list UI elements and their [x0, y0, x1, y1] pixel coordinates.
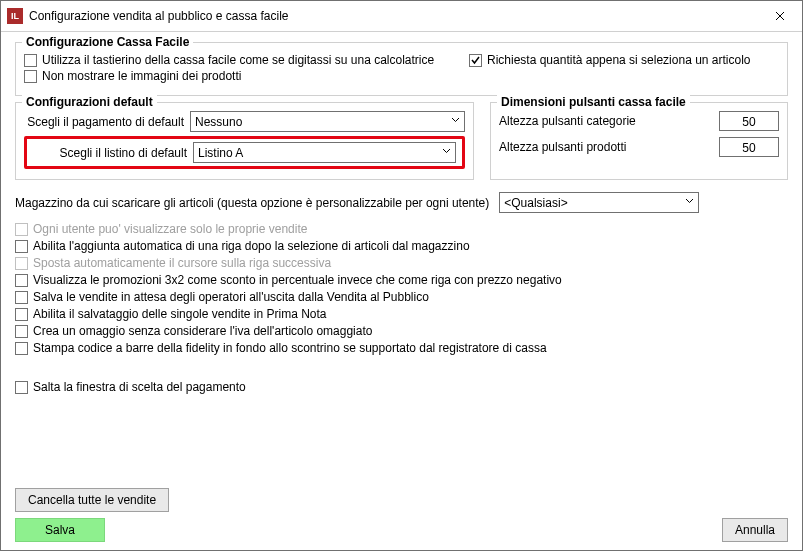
label-listino-default: Scegli il listino di default [33, 146, 187, 160]
label-save-pending: Salva le vendite in attesa degli operato… [33, 290, 429, 304]
chevron-down-icon [451, 115, 460, 124]
cancel-all-sales-label: Cancella tutte le vendite [28, 493, 156, 507]
group-dimensioni: Dimensioni pulsanti cassa facile Altezza… [490, 102, 788, 180]
label-prima-nota: Abilita il salvataggio delle singole ven… [33, 307, 327, 321]
window: IL Configurazione vendita al pubblico e … [0, 0, 803, 551]
checkbox-tastierino[interactable] [24, 54, 37, 67]
checkbox-auto-row[interactable] [15, 240, 28, 253]
select-magazzino[interactable]: <Qualsiasi> [499, 192, 699, 213]
select-pagamento-value: Nessuno [195, 115, 242, 129]
close-icon [775, 11, 785, 21]
close-button[interactable] [758, 1, 802, 31]
checkbox-auto-cursor [15, 257, 28, 270]
app-icon: IL [7, 8, 23, 24]
highlighted-row: Scegli il listino di default Listino A [24, 136, 465, 169]
input-altezza-prodotti[interactable]: 50 [719, 137, 779, 157]
select-pagamento-default[interactable]: Nessuno [190, 111, 465, 132]
titlebar: IL Configurazione vendita al pubblico e … [1, 1, 802, 32]
cancel-label: Annulla [735, 523, 775, 537]
group-dimensioni-title: Dimensioni pulsanti cassa facile [497, 95, 690, 109]
label-own-sales: Ogni utente puo' visualizzare solo le pr… [33, 222, 307, 236]
checkbox-skip-payment[interactable] [15, 381, 28, 394]
label-auto-row: Abilita l'aggiunta automatica di una rig… [33, 239, 470, 253]
group-default-title: Configurazioni default [22, 95, 157, 109]
cancel-button[interactable]: Annulla [722, 518, 788, 542]
label-barcode: Stampa codice a barre della fidelity in … [33, 341, 547, 355]
content: Configurazione Cassa Facile Utilizza il … [1, 32, 802, 550]
label-altezza-categorie: Altezza pulsanti categorie [499, 114, 719, 128]
label-magazzino: Magazzino da cui scaricare gli articoli … [15, 196, 489, 210]
group-cassa-facile: Configurazione Cassa Facile Utilizza il … [15, 42, 788, 96]
label-skip-payment: Salta la finestra di scelta del pagament… [33, 380, 246, 394]
group-default: Configurazioni default Scegli il pagamen… [15, 102, 474, 180]
label-altezza-prodotti: Altezza pulsanti prodotti [499, 140, 719, 154]
chevron-down-icon [442, 146, 451, 155]
label-pagamento-default: Scegli il pagamento di default [24, 115, 184, 129]
window-title: Configurazione vendita al pubblico e cas… [29, 9, 758, 23]
checkbox-richiesta-qta[interactable] [469, 54, 482, 67]
checkbox-prima-nota[interactable] [15, 308, 28, 321]
label-tastierino: Utilizza il tastierino della cassa facil… [42, 53, 434, 67]
checkbox-own-sales [15, 223, 28, 236]
label-omaggio: Crea un omaggio senza considerare l'iva … [33, 324, 372, 338]
group-cassa-title: Configurazione Cassa Facile [22, 35, 193, 49]
save-label: Salva [45, 523, 75, 537]
checkbox-no-immagini[interactable] [24, 70, 37, 83]
checkbox-save-pending[interactable] [15, 291, 28, 304]
checkbox-omaggio[interactable] [15, 325, 28, 338]
label-auto-cursor: Sposta automaticamente il cursore sulla … [33, 256, 331, 270]
label-promo3x2: Visualizza le promozioni 3x2 come sconto… [33, 273, 562, 287]
select-listino-default[interactable]: Listino A [193, 142, 456, 163]
checkbox-promo3x2[interactable] [15, 274, 28, 287]
check-icon [470, 55, 481, 66]
save-button[interactable]: Salva [15, 518, 105, 542]
label-richiesta-qta: Richiesta quantità appena si seleziona u… [487, 53, 751, 67]
checkbox-barcode[interactable] [15, 342, 28, 355]
label-no-immagini: Non mostrare le immagini dei prodotti [42, 69, 241, 83]
select-listino-value: Listino A [198, 146, 243, 160]
cancel-all-sales-button[interactable]: Cancella tutte le vendite [15, 488, 169, 512]
select-magazzino-value: <Qualsiasi> [504, 196, 567, 210]
input-altezza-categorie[interactable]: 50 [719, 111, 779, 131]
chevron-down-icon [685, 196, 694, 205]
